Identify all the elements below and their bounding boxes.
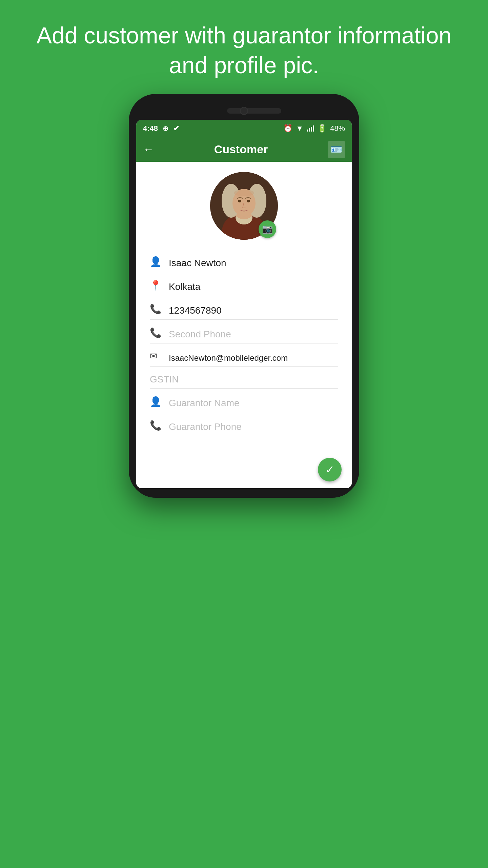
- guarantor-name-field[interactable]: Guarantor Name: [169, 398, 338, 409]
- status-left: 4:48 ⊕ ✔: [143, 124, 179, 133]
- name-field-row[interactable]: 👤 Isaac Newton: [150, 250, 338, 272]
- guarantor-phone-icon: 📞: [150, 420, 162, 432]
- second-phone-field-row[interactable]: 📞 Second Phone: [150, 321, 338, 343]
- phone-field-row[interactable]: 📞 1234567890: [150, 297, 338, 320]
- location-field-row[interactable]: 📍 Kolkata: [150, 274, 338, 296]
- guarantor-phone-field[interactable]: Guarantor Phone: [169, 421, 338, 432]
- contact-card-icon: 🪪: [330, 144, 342, 155]
- location-icon: 📍: [150, 280, 162, 292]
- battery-percent: 48%: [330, 124, 345, 133]
- bottom-space: ✓: [136, 448, 352, 488]
- status-bar: 4:48 ⊕ ✔ ⏰ ▼ 🔋 48%: [136, 120, 352, 137]
- guarantor-person-icon: 👤: [150, 396, 162, 409]
- form-content: 📷 👤 Isaac Newton 📍 Kolkata 📞: [136, 162, 352, 448]
- back-button[interactable]: ←: [143, 143, 154, 156]
- save-icon: ✓: [325, 463, 334, 476]
- app-bar: ← Customer 🪪: [136, 137, 352, 162]
- avatar-section: 📷: [146, 172, 342, 240]
- guarantor-name-field-row[interactable]: 👤 Guarantor Name: [150, 390, 338, 412]
- email-icon: ✉: [150, 351, 162, 363]
- second-phone-icon: 📞: [150, 327, 162, 340]
- camera-fab-button[interactable]: 📷: [259, 220, 276, 238]
- phone-camera: [240, 107, 248, 115]
- fab-save-button[interactable]: ✓: [318, 458, 342, 481]
- second-phone-field[interactable]: Second Phone: [169, 329, 338, 340]
- status-right: ⏰ ▼ 🔋 48%: [283, 124, 345, 133]
- status-time: 4:48: [143, 124, 158, 133]
- gstin-field[interactable]: GSTIN: [150, 374, 338, 385]
- screen-title: Customer: [214, 143, 268, 156]
- svg-point-8: [247, 200, 250, 202]
- email-field-row[interactable]: ✉ IsaacNewton@mobileledger.com: [150, 345, 338, 367]
- phone-frame: 4:48 ⊕ ✔ ⏰ ▼ 🔋 48% ← Customer: [129, 94, 359, 498]
- svg-point-7: [238, 200, 241, 202]
- name-field[interactable]: Isaac Newton: [169, 258, 338, 269]
- phone-icon: 📞: [150, 303, 162, 316]
- location-field[interactable]: Kolkata: [169, 281, 338, 292]
- phone-screen: 4:48 ⊕ ✔ ⏰ ▼ 🔋 48% ← Customer: [136, 120, 352, 488]
- phone-top: [136, 103, 352, 120]
- phone-field[interactable]: 1234567890: [169, 305, 338, 316]
- phone-speaker: [227, 108, 281, 114]
- alarm-icon: ⏰: [283, 124, 292, 133]
- camera-icon: 📷: [262, 224, 273, 234]
- gstin-field-row[interactable]: GSTIN: [150, 368, 338, 389]
- signal-icon: [307, 125, 314, 132]
- battery-icon: 🔋: [318, 124, 327, 133]
- wifi-icon: ▼: [296, 124, 303, 133]
- form-fields: 👤 Isaac Newton 📍 Kolkata 📞 1234567890 📞 …: [146, 250, 342, 436]
- svg-point-9: [234, 190, 254, 196]
- contact-card-button[interactable]: 🪪: [328, 141, 345, 158]
- person-icon: 👤: [150, 256, 162, 269]
- avatar-wrapper: 📷: [210, 172, 278, 240]
- email-field[interactable]: IsaacNewton@mobileledger.com: [169, 353, 338, 363]
- check-icon: ✔: [173, 124, 179, 133]
- whatsapp-icon: ⊕: [163, 124, 168, 133]
- guarantor-phone-field-row[interactable]: 📞 Guarantor Phone: [150, 414, 338, 436]
- headline: Add customer with guarantor information …: [0, 0, 488, 94]
